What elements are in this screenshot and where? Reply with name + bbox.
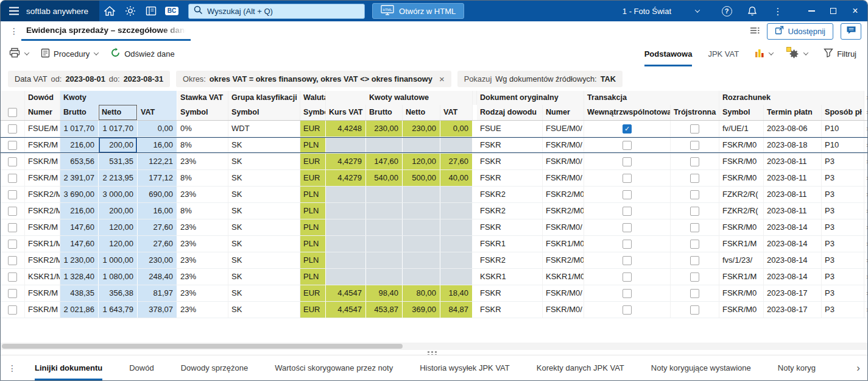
table-row[interactable]: FSKR/M2 021,861 643,79378,0723%SKEUR4,45… — [1, 302, 868, 318]
cell-brutto[interactable]: 2 391,07 — [60, 170, 99, 186]
maximize-button[interactable] — [824, 2, 843, 20]
cell-grupa[interactable]: SK — [228, 170, 300, 186]
checkbox-unchecked[interactable] — [623, 190, 632, 199]
cell-wvat[interactable]: 27,60 — [440, 154, 473, 169]
filter-button[interactable]: Filtruj — [824, 48, 856, 59]
splitter-grip[interactable] — [428, 351, 429, 353]
cell-brutto[interactable]: 147,60 — [60, 219, 99, 235]
cell-netto[interactable]: 2 213,95 — [99, 170, 138, 186]
cell-stawka[interactable]: 0% — [177, 121, 228, 137]
cell-termin[interactable]: 2023-08-11 — [764, 203, 822, 219]
cell-sposob[interactable]: P3 — [822, 302, 864, 318]
notifications-bell-icon[interactable] — [742, 1, 763, 21]
cell-dowod[interactable]: FSKR2/M — [25, 252, 60, 268]
column-header-troj[interactable]: Trójstronna — [671, 105, 719, 120]
cell-wnetto[interactable]: 120,00 — [403, 154, 440, 169]
open-in-html-button[interactable]: HTML Otwórz w HTML — [372, 3, 464, 19]
cell-symbol[interactable]: FSKR/M0 — [719, 137, 764, 153]
cell-dnumer[interactable]: FSKR2/M0 — [543, 187, 584, 202]
cell-stawka[interactable]: 23% — [177, 219, 228, 235]
cell-netto[interactable]: 200,00 — [99, 203, 138, 219]
column-header-grupa[interactable]: Symbol — [228, 105, 300, 120]
cell-dnumer[interactable]: FSKR1/M0 — [543, 236, 584, 252]
bottom-tab-korekty-danych-jpk-vat[interactable]: Korekty danych JPK VAT — [537, 355, 624, 380]
cell-chk[interactable] — [1, 236, 25, 252]
bottom-tab-noty-koryg[interactable]: Noty koryg — [778, 355, 816, 380]
cell-rodzaj[interactable]: FSKR — [477, 154, 543, 169]
cell-stawka[interactable]: 23% — [177, 236, 228, 252]
checkbox-unchecked[interactable] — [690, 272, 699, 282]
cell-wnetto[interactable]: 369,00 — [403, 302, 440, 318]
cell-edge[interactable]: › — [864, 203, 868, 219]
column-header-wewn[interactable]: Wewnątrzwspólnotowa — [584, 105, 671, 120]
cell-grupa[interactable]: SK — [228, 302, 300, 318]
cell-wbrutto[interactable]: 540,00 — [366, 170, 403, 186]
table-row[interactable]: FSKR2/M216,00200,0016,008%SKPLNFSKR2FSKR… — [1, 203, 868, 219]
cell-wewn[interactable] — [584, 269, 671, 285]
cell-stawka[interactable]: 23% — [177, 269, 228, 285]
checkbox-unchecked[interactable] — [623, 256, 632, 265]
checkbox-unchecked[interactable] — [8, 289, 17, 298]
cell-troj[interactable] — [671, 203, 719, 219]
cell-wbrutto[interactable] — [366, 203, 403, 219]
cell-chk[interactable] — [1, 252, 25, 268]
cell-chk[interactable] — [1, 154, 25, 169]
filter-chip-date[interactable]: Data VAT od: 2023-08-01 do: 2023-08-31 — [8, 71, 170, 87]
cell-symbol[interactable]: FSKR1/M — [719, 236, 764, 252]
cell-sposob[interactable]: P3 — [822, 154, 864, 169]
cell-edge[interactable]: › — [864, 121, 868, 137]
cell-brutto[interactable]: 3 690,00 — [60, 187, 99, 202]
column-header-vat[interactable]: VAT — [138, 105, 177, 120]
table-row[interactable]: FSUE/M1 017,701 017,700,000%WDTEUR4,4248… — [1, 121, 868, 137]
cell-wvat[interactable]: 40,00 — [440, 170, 473, 186]
cell-sposob[interactable]: P10 — [822, 137, 864, 153]
procedures-button[interactable]: Procedury — [41, 48, 98, 60]
cell-sposob[interactable]: P3 — [822, 252, 864, 268]
bottom-tab-wartosci-skorygowane-przez-noty[interactable]: Wartości skorygowane przez noty — [275, 355, 393, 380]
cell-edge[interactable]: › — [864, 269, 868, 285]
checkbox-unchecked[interactable] — [8, 223, 17, 232]
cell-kurs[interactable] — [326, 269, 366, 285]
cell-dowod[interactable]: FSKR2/M — [25, 187, 60, 202]
cell-stawka[interactable]: 8% — [177, 203, 228, 219]
checkbox-unchecked[interactable] — [8, 240, 17, 249]
bottom-tab-dowod[interactable]: Dowód — [129, 355, 153, 380]
cell-dnumer[interactable]: FSKR/M0/ — [543, 154, 584, 169]
cell-wvat[interactable] — [440, 187, 473, 202]
cell-troj[interactable] — [671, 121, 719, 137]
cell-wvat[interactable] — [440, 269, 473, 285]
cell-rodzaj[interactable]: FSKR2 — [477, 203, 543, 219]
cell-sposob[interactable]: P3 — [822, 187, 864, 202]
cell-grupa[interactable]: SK — [228, 236, 300, 252]
checkbox-unchecked[interactable] — [623, 272, 632, 282]
cell-netto[interactable]: 1 000,00 — [99, 252, 138, 268]
cell-wbrutto[interactable] — [366, 236, 403, 252]
company-selector[interactable]: 1 - Foto Świat — [623, 7, 699, 16]
cell-wvat[interactable]: 0,00 — [440, 121, 473, 137]
cell-wewn[interactable] — [584, 170, 671, 186]
table-row[interactable]: KSKR1/M1 328,401 080,00248,4023%SKPLNKSK… — [1, 269, 868, 285]
cell-stawka[interactable]: 23% — [177, 302, 228, 318]
table-row[interactable]: FSKR/M438,35356,3881,9723%SKEUR4,454798,… — [1, 285, 868, 302]
cell-vat[interactable]: 27,60 — [138, 219, 177, 235]
checkbox-unchecked[interactable] — [8, 124, 17, 134]
cell-wewn[interactable] — [584, 302, 671, 318]
cell-brutto[interactable]: 1 017,70 — [60, 121, 99, 137]
horizontal-scrollbar[interactable] — [1, 343, 868, 350]
cell-wewn[interactable] — [584, 285, 671, 301]
cell-symbol[interactable]: FZKR2/R( — [719, 187, 764, 202]
view-tab-podstawowa[interactable]: Podstawowa — [644, 41, 693, 66]
checkbox-unchecked[interactable] — [690, 305, 699, 315]
cell-edge[interactable]: › — [864, 154, 868, 169]
more-columns-indicator[interactable]: › — [864, 91, 868, 105]
cell-troj[interactable] — [671, 170, 719, 186]
refresh-button[interactable]: Odśwież dane — [110, 48, 174, 60]
cell-grupa[interactable]: WDT — [228, 121, 300, 137]
cell-waluta[interactable]: PLN — [300, 252, 326, 268]
cell-rodzaj[interactable]: FSKR2 — [477, 252, 543, 268]
cell-chk[interactable] — [1, 187, 25, 202]
cell-termin[interactable]: 2023-08-17 — [764, 302, 822, 318]
cell-wbrutto[interactable] — [366, 252, 403, 268]
cell-brutto[interactable]: 216,00 — [60, 137, 99, 153]
cell-edge[interactable]: › — [864, 137, 868, 153]
